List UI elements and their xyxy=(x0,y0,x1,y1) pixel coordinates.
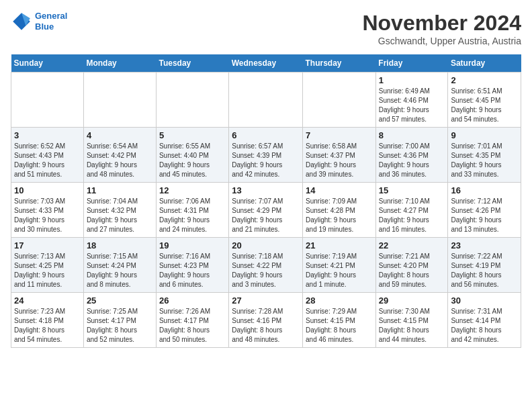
weekday-header-sunday: Sunday xyxy=(11,54,84,73)
day-cell: 21Sunrise: 7:19 AM Sunset: 4:21 PM Dayli… xyxy=(303,238,376,293)
day-cell: 16Sunrise: 7:12 AM Sunset: 4:26 PM Dayli… xyxy=(448,183,521,238)
day-cell: 2Sunrise: 6:51 AM Sunset: 4:45 PM Daylig… xyxy=(448,73,521,128)
day-info: Sunrise: 7:01 AM Sunset: 4:35 PM Dayligh… xyxy=(451,142,518,179)
day-number: 7 xyxy=(306,130,373,140)
day-cell xyxy=(229,73,303,128)
day-number: 22 xyxy=(379,240,445,250)
day-info: Sunrise: 6:51 AM Sunset: 4:45 PM Dayligh… xyxy=(451,87,518,124)
calendar-header: SundayMondayTuesdayWednesdayThursdayFrid… xyxy=(11,54,521,73)
day-number: 15 xyxy=(379,185,445,195)
logo-text: General Blue xyxy=(35,11,67,32)
day-number: 28 xyxy=(306,295,373,306)
day-cell: 22Sunrise: 7:21 AM Sunset: 4:20 PM Dayli… xyxy=(375,238,448,293)
day-number: 6 xyxy=(232,130,300,140)
day-info: Sunrise: 7:21 AM Sunset: 4:20 PM Dayligh… xyxy=(379,252,445,289)
day-info: Sunrise: 7:12 AM Sunset: 4:26 PM Dayligh… xyxy=(451,197,518,234)
day-cell xyxy=(11,73,84,128)
day-info: Sunrise: 7:26 AM Sunset: 4:17 PM Dayligh… xyxy=(159,307,226,345)
day-cell: 1Sunrise: 6:49 AM Sunset: 4:46 PM Daylig… xyxy=(375,73,448,128)
week-row-2: 3Sunrise: 6:52 AM Sunset: 4:43 PM Daylig… xyxy=(11,128,521,183)
day-cell: 13Sunrise: 7:07 AM Sunset: 4:29 PM Dayli… xyxy=(229,183,303,238)
day-number: 16 xyxy=(451,185,518,195)
day-info: Sunrise: 7:03 AM Sunset: 4:33 PM Dayligh… xyxy=(14,197,81,234)
day-info: Sunrise: 7:28 AM Sunset: 4:16 PM Dayligh… xyxy=(232,307,300,345)
logo-icon xyxy=(11,11,32,32)
day-number: 19 xyxy=(159,240,226,250)
day-number: 13 xyxy=(232,185,300,195)
day-info: Sunrise: 7:30 AM Sunset: 4:15 PM Dayligh… xyxy=(379,307,445,345)
day-cell: 14Sunrise: 7:09 AM Sunset: 4:28 PM Dayli… xyxy=(303,183,376,238)
day-cell: 5Sunrise: 6:55 AM Sunset: 4:40 PM Daylig… xyxy=(156,128,228,183)
day-cell xyxy=(156,73,228,128)
day-number: 27 xyxy=(232,295,300,306)
day-info: Sunrise: 7:18 AM Sunset: 4:22 PM Dayligh… xyxy=(232,252,300,289)
day-number: 18 xyxy=(87,240,153,250)
day-info: Sunrise: 6:54 AM Sunset: 4:42 PM Dayligh… xyxy=(87,142,153,179)
day-number: 23 xyxy=(451,240,518,250)
day-number: 1 xyxy=(379,75,445,85)
logo-line1: General xyxy=(35,11,67,21)
week-row-4: 17Sunrise: 7:13 AM Sunset: 4:25 PM Dayli… xyxy=(11,238,521,293)
day-info: Sunrise: 7:00 AM Sunset: 4:36 PM Dayligh… xyxy=(379,142,445,179)
day-cell: 23Sunrise: 7:22 AM Sunset: 4:19 PM Dayli… xyxy=(448,238,521,293)
day-number: 24 xyxy=(14,295,81,306)
day-cell: 7Sunrise: 6:58 AM Sunset: 4:37 PM Daylig… xyxy=(303,128,376,183)
day-info: Sunrise: 7:10 AM Sunset: 4:27 PM Dayligh… xyxy=(379,197,445,234)
week-row-1: 1Sunrise: 6:49 AM Sunset: 4:46 PM Daylig… xyxy=(11,73,521,128)
week-row-3: 10Sunrise: 7:03 AM Sunset: 4:33 PM Dayli… xyxy=(11,183,521,238)
weekday-header-friday: Friday xyxy=(375,54,448,73)
day-cell: 19Sunrise: 7:16 AM Sunset: 4:23 PM Dayli… xyxy=(156,238,228,293)
day-cell: 25Sunrise: 7:25 AM Sunset: 4:17 PM Dayli… xyxy=(83,293,156,348)
day-number: 8 xyxy=(379,130,445,140)
day-cell: 26Sunrise: 7:26 AM Sunset: 4:17 PM Dayli… xyxy=(156,293,228,348)
day-cell: 20Sunrise: 7:18 AM Sunset: 4:22 PM Dayli… xyxy=(229,238,303,293)
day-info: Sunrise: 7:09 AM Sunset: 4:28 PM Dayligh… xyxy=(306,197,373,234)
day-number: 21 xyxy=(306,240,373,250)
week-row-5: 24Sunrise: 7:23 AM Sunset: 4:18 PM Dayli… xyxy=(11,293,521,348)
day-number: 10 xyxy=(14,185,81,195)
calendar-body: 1Sunrise: 6:49 AM Sunset: 4:46 PM Daylig… xyxy=(11,73,521,348)
weekday-header-row: SundayMondayTuesdayWednesdayThursdayFrid… xyxy=(11,54,521,73)
day-cell: 15Sunrise: 7:10 AM Sunset: 4:27 PM Dayli… xyxy=(375,183,448,238)
day-number: 25 xyxy=(87,295,153,306)
day-cell: 28Sunrise: 7:29 AM Sunset: 4:15 PM Dayli… xyxy=(303,293,376,348)
day-number: 26 xyxy=(159,295,226,306)
day-info: Sunrise: 7:25 AM Sunset: 4:17 PM Dayligh… xyxy=(87,307,153,345)
day-info: Sunrise: 7:15 AM Sunset: 4:24 PM Dayligh… xyxy=(87,252,153,289)
weekday-header-saturday: Saturday xyxy=(448,54,521,73)
day-number: 4 xyxy=(87,130,153,140)
weekday-header-monday: Monday xyxy=(83,54,156,73)
day-info: Sunrise: 6:55 AM Sunset: 4:40 PM Dayligh… xyxy=(159,142,226,179)
day-cell xyxy=(83,73,156,128)
day-info: Sunrise: 6:58 AM Sunset: 4:37 PM Dayligh… xyxy=(306,142,373,179)
logo-line2: Blue xyxy=(35,21,54,32)
weekday-header-wednesday: Wednesday xyxy=(229,54,303,73)
day-cell: 24Sunrise: 7:23 AM Sunset: 4:18 PM Dayli… xyxy=(11,293,84,348)
day-number: 30 xyxy=(451,295,518,306)
day-cell: 29Sunrise: 7:30 AM Sunset: 4:15 PM Dayli… xyxy=(375,293,448,348)
day-number: 17 xyxy=(14,240,81,250)
day-number: 3 xyxy=(14,130,81,140)
day-info: Sunrise: 7:04 AM Sunset: 4:32 PM Dayligh… xyxy=(87,197,153,234)
day-cell: 12Sunrise: 7:06 AM Sunset: 4:31 PM Dayli… xyxy=(156,183,228,238)
day-cell: 4Sunrise: 6:54 AM Sunset: 4:42 PM Daylig… xyxy=(83,128,156,183)
day-info: Sunrise: 7:16 AM Sunset: 4:23 PM Dayligh… xyxy=(159,252,226,289)
day-cell: 6Sunrise: 6:57 AM Sunset: 4:39 PM Daylig… xyxy=(229,128,303,183)
day-number: 14 xyxy=(306,185,373,195)
day-info: Sunrise: 7:31 AM Sunset: 4:14 PM Dayligh… xyxy=(451,307,518,345)
day-info: Sunrise: 7:13 AM Sunset: 4:25 PM Dayligh… xyxy=(14,252,81,289)
day-cell: 9Sunrise: 7:01 AM Sunset: 4:35 PM Daylig… xyxy=(448,128,521,183)
title-block: November 2024 Gschwandt, Upper Austria, … xyxy=(362,11,521,46)
month-title: November 2024 xyxy=(362,11,521,36)
day-info: Sunrise: 7:06 AM Sunset: 4:31 PM Dayligh… xyxy=(159,197,226,234)
logo: General Blue xyxy=(11,11,67,32)
day-cell: 10Sunrise: 7:03 AM Sunset: 4:33 PM Dayli… xyxy=(11,183,84,238)
day-info: Sunrise: 6:49 AM Sunset: 4:46 PM Dayligh… xyxy=(379,87,445,124)
day-number: 12 xyxy=(159,185,226,195)
day-number: 11 xyxy=(87,185,153,195)
day-number: 5 xyxy=(159,130,226,140)
day-info: Sunrise: 6:57 AM Sunset: 4:39 PM Dayligh… xyxy=(232,142,300,179)
weekday-header-tuesday: Tuesday xyxy=(156,54,228,73)
page-header: General Blue November 2024 Gschwandt, Up… xyxy=(11,11,521,46)
day-cell: 8Sunrise: 7:00 AM Sunset: 4:36 PM Daylig… xyxy=(375,128,448,183)
